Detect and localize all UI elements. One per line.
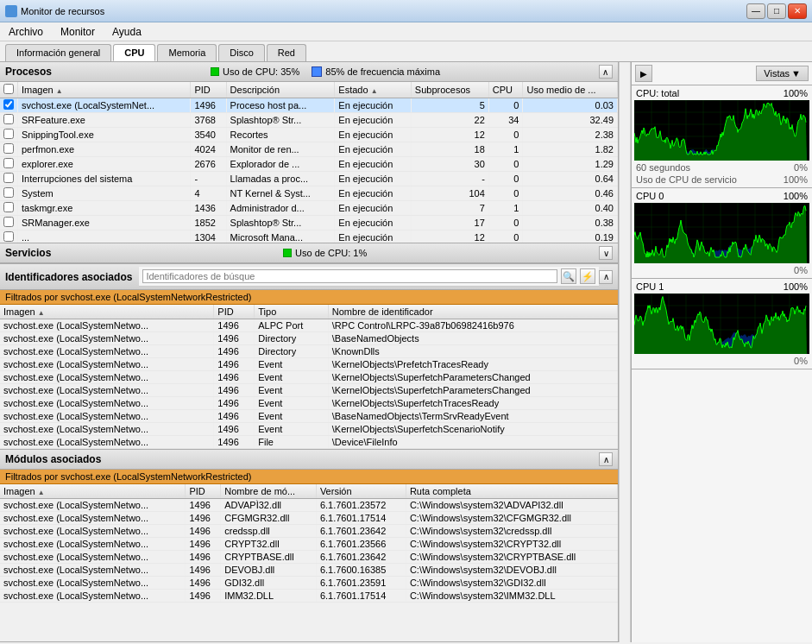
identificadores-header[interactable]: Identificadores asociados 🔍 ⚡ ∧ <box>0 264 618 290</box>
table-row[interactable]: svchost.exe (LocalSystemNetwo... 1496 AD… <box>0 499 618 512</box>
vistas-label: Vistas <box>764 68 790 79</box>
table-row[interactable]: svchost.exe (LocalSystemNetwo... 1496 AL… <box>0 319 618 332</box>
table-row[interactable]: svchost.exe (LocalSystemNetwo... 1496 CR… <box>0 551 618 564</box>
table-row[interactable]: svchost.exe (LocalSystemNetwo... 1496 Ev… <box>0 384 618 397</box>
table-row[interactable]: perfmon.exe 4024 Monitor de ren... En ej… <box>0 142 618 157</box>
procesos-header[interactable]: Procesos Uso de CPU: 35% 85% de frecuenc… <box>0 62 618 82</box>
row-checkbox[interactable] <box>3 231 14 242</box>
col-subprocesos-header[interactable]: Subprocesos <box>411 82 488 98</box>
procesos-title: Procesos <box>5 66 52 78</box>
row-imagen: Interrupciones del sistema <box>18 172 191 186</box>
table-row[interactable]: SnippingTool.exe 3540 Recortes En ejecuc… <box>0 128 618 142</box>
col-mod-pid[interactable]: PID <box>186 484 221 499</box>
modulos-expand-btn[interactable]: ∧ <box>599 452 613 466</box>
close-button[interactable]: ✕ <box>788 3 807 19</box>
tab-memoria[interactable]: Memoria <box>157 44 217 61</box>
col-mod-version[interactable]: Versión <box>316 484 406 499</box>
table-row[interactable]: System 4 NT Kernel & Syst... En ejecució… <box>0 186 618 201</box>
servicios-expand-btn[interactable]: ∨ <box>599 246 613 260</box>
row-nombre: CRYPTBASE.dll <box>221 551 317 564</box>
table-row[interactable]: Interrupciones del sistema - Llamadas a … <box>0 172 618 186</box>
table-row[interactable]: svchost.exe (LocalSystemNetwo... 1496 Ev… <box>0 410 618 423</box>
table-row[interactable]: svchost.exe (LocalSystemNet... 1496 Proc… <box>0 98 618 113</box>
table-row[interactable]: svchost.exe (LocalSystemNetwo... 1496 Di… <box>0 332 618 345</box>
search-button[interactable]: 🔍 <box>561 268 576 284</box>
procesos-freq-indicator <box>312 66 322 77</box>
col-desc-header[interactable]: Descripción <box>226 82 335 98</box>
table-row[interactable]: SRManager.exe 1852 Splashtop® Str... En … <box>0 216 618 230</box>
col-id-tipo[interactable]: Tipo <box>255 305 329 319</box>
minimize-button[interactable]: — <box>746 3 765 19</box>
row-checkbox[interactable] <box>3 187 14 198</box>
table-row[interactable]: svchost.exe (LocalSystemNetwo... 1496 CF… <box>0 512 618 525</box>
col-mod-nombre[interactable]: Nombre de mó... <box>221 484 317 499</box>
maximize-button[interactable]: □ <box>767 3 786 19</box>
identificadores-expand-btn[interactable]: ∧ <box>599 270 613 284</box>
identificadores-search-input[interactable] <box>142 269 557 283</box>
procesos-expand-btn[interactable]: ∧ <box>599 65 613 79</box>
tab-info-general[interactable]: Información general <box>5 44 111 61</box>
row-cpu: 1 <box>488 142 523 157</box>
refresh-button[interactable]: ⚡ <box>580 268 595 284</box>
tab-red[interactable]: Red <box>267 44 306 61</box>
row-estado: En ejecución <box>335 157 412 172</box>
row-nombre: \Device\FileInfo <box>328 436 617 449</box>
table-row[interactable]: svchost.exe (LocalSystemNetwo... 1496 GD… <box>0 577 618 590</box>
table-row[interactable]: explorer.exe 2676 Explorador de ... En e… <box>0 157 618 172</box>
row-checkbox[interactable] <box>3 158 14 168</box>
identificadores-tbody: svchost.exe (LocalSystemNetwo... 1496 AL… <box>0 319 618 449</box>
modulos-header[interactable]: Módulos asociados ∧ <box>0 450 618 470</box>
col-pid-header[interactable]: PID <box>191 82 226 98</box>
right-nav-back-btn[interactable]: ▶ <box>635 65 652 82</box>
row-checkbox[interactable] <box>3 143 14 154</box>
row-checkbox[interactable] <box>3 217 14 227</box>
row-subprocesos: 22 <box>411 113 488 128</box>
row-nombre: \KernelObjects\SuperfetchParametersChang… <box>328 384 617 397</box>
col-id-imagen[interactable]: Imagen ▲ <box>0 305 214 319</box>
col-estado-header[interactable]: Estado ▲ <box>335 82 412 98</box>
tab-disco[interactable]: Disco <box>218 44 265 61</box>
row-checkbox[interactable] <box>3 202 14 212</box>
table-row[interactable]: svchost.exe (LocalSystemNetwo... 1496 cr… <box>0 525 618 538</box>
row-nombre: DEVOBJ.dll <box>221 564 317 577</box>
select-all-checkbox[interactable] <box>3 84 14 94</box>
table-row[interactable]: svchost.exe (LocalSystemNetwo... 1496 Ev… <box>0 358 618 371</box>
table-row[interactable]: svchost.exe (LocalSystemNetwo... 1496 Di… <box>0 345 618 358</box>
servicios-header[interactable]: Servicios Uso de CPU: 1% ∨ <box>0 243 618 263</box>
procesos-tbody: svchost.exe (LocalSystemNet... 1496 Proc… <box>0 98 618 243</box>
row-checkbox[interactable] <box>3 173 14 183</box>
row-checkbox[interactable] <box>3 129 14 139</box>
main-scrollbar[interactable] <box>619 62 631 642</box>
row-checkbox[interactable] <box>3 99 14 110</box>
tab-cpu[interactable]: CPU <box>113 44 155 61</box>
table-row[interactable]: svchost.exe (LocalSystemNetwo... 1496 Ev… <box>0 423 618 436</box>
row-checkbox[interactable] <box>3 114 14 124</box>
row-version: 6.1.7601.23572 <box>316 499 406 512</box>
table-row[interactable]: svchost.exe (LocalSystemNetwo... 1496 Ev… <box>0 397 618 410</box>
col-id-pid[interactable]: PID <box>214 305 255 319</box>
table-row[interactable]: svchost.exe (LocalSystemNetwo... 1496 CR… <box>0 538 618 551</box>
col-uso-header[interactable]: Uso medio de ... <box>523 82 618 98</box>
menu-ayuda[interactable]: Ayuda <box>109 25 145 39</box>
col-cpu-header[interactable]: CPU <box>488 82 523 98</box>
row-version: 6.1.7601.23566 <box>316 538 406 551</box>
col-check <box>0 82 18 98</box>
vistas-button[interactable]: Vistas ▼ <box>756 66 809 81</box>
menu-monitor[interactable]: Monitor <box>57 25 98 39</box>
row-version: 6.1.7601.23591 <box>316 577 406 590</box>
col-imagen-header[interactable]: Imagen ▲ <box>18 82 191 98</box>
table-row[interactable]: SRFeature.exe 3768 Splashtop® Str... En … <box>0 113 618 128</box>
table-row[interactable]: svchost.exe (LocalSystemNetwo... 1496 Ev… <box>0 371 618 384</box>
row-imagen: svchost.exe (LocalSystemNetwo... <box>0 358 214 371</box>
table-row[interactable]: ... 1304 Microsoft Mana... En ejecución … <box>0 230 618 243</box>
table-row[interactable]: svchost.exe (LocalSystemNetwo... 1496 Fi… <box>0 436 618 449</box>
table-row[interactable]: taskmgr.exe 1436 Administrador d... En e… <box>0 201 618 216</box>
table-row[interactable]: svchost.exe (LocalSystemNetwo... 1496 DE… <box>0 564 618 577</box>
col-mod-imagen[interactable]: Imagen ▲ <box>0 484 186 499</box>
menu-archivo[interactable]: Archivo <box>5 25 47 39</box>
table-row[interactable]: svchost.exe (LocalSystemNetwo... 1496 IM… <box>0 590 618 603</box>
servicios-green-indicator <box>283 249 292 257</box>
cpu0-chart <box>634 203 809 263</box>
col-id-nombre[interactable]: Nombre de identificador <box>328 305 617 319</box>
col-mod-ruta[interactable]: Ruta completa <box>406 484 617 499</box>
